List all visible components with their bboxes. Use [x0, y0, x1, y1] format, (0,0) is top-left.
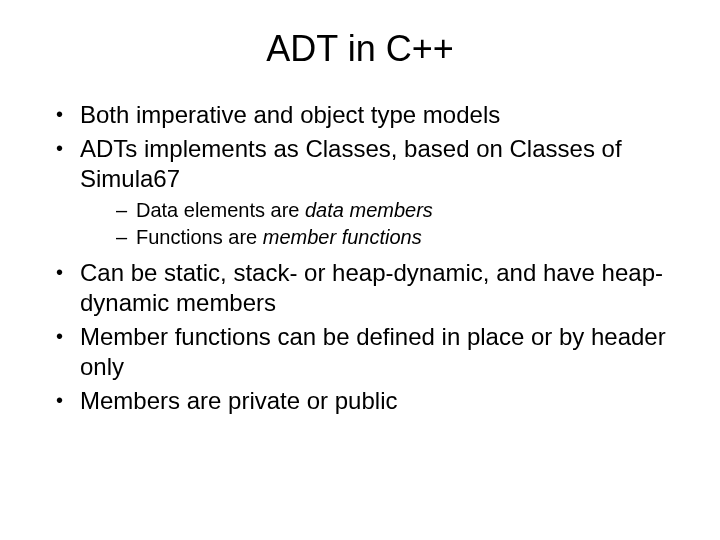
list-item: Both imperative and object type models [50, 100, 680, 130]
sub-list-item: Data elements are data members [116, 198, 680, 223]
sub-item-pre: Data elements are [136, 199, 305, 221]
sub-list: Data elements are data members Functions… [80, 198, 680, 250]
list-item-text: Both imperative and object type models [80, 101, 500, 128]
sub-item-pre: Functions are [136, 226, 263, 248]
list-item-text: Members are private or public [80, 387, 397, 414]
list-item-text: ADTs implements as Classes, based on Cla… [80, 135, 622, 192]
list-item-text: Member functions can be defined in place… [80, 323, 666, 380]
sub-item-em: data members [305, 199, 433, 221]
list-item: Can be static, stack- or heap-dynamic, a… [50, 258, 680, 318]
sub-item-em: member functions [263, 226, 422, 248]
slide-title: ADT in C++ [40, 28, 680, 70]
list-item: Member functions can be defined in place… [50, 322, 680, 382]
slide: ADT in C++ Both imperative and object ty… [0, 0, 720, 540]
bullet-list: Both imperative and object type models A… [40, 100, 680, 416]
list-item: Members are private or public [50, 386, 680, 416]
list-item: ADTs implements as Classes, based on Cla… [50, 134, 680, 250]
sub-list-item: Functions are member functions [116, 225, 680, 250]
list-item-text: Can be static, stack- or heap-dynamic, a… [80, 259, 663, 316]
